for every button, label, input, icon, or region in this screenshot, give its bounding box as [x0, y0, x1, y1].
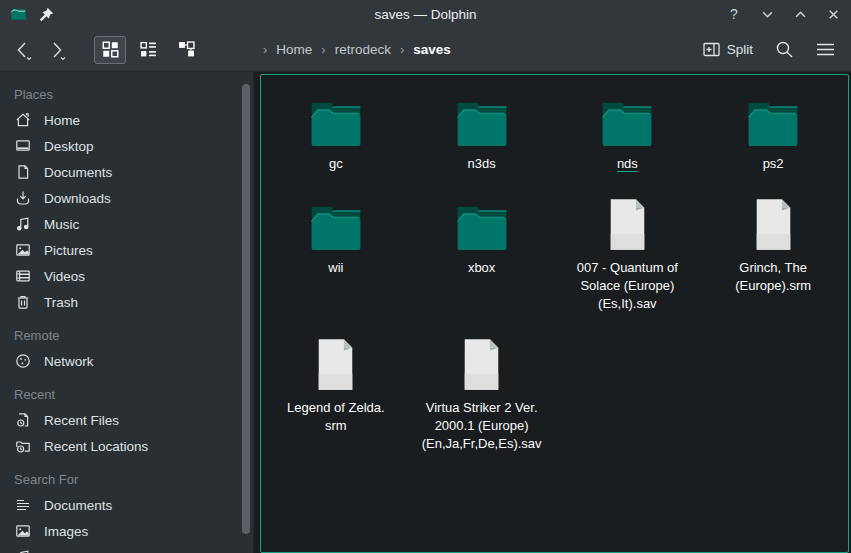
sidebar-item-home[interactable]: Home: [0, 107, 253, 133]
file-item-grinch-the[interactable]: Grinch, The (Europe).srm: [700, 185, 846, 325]
search-icon[interactable]: [769, 36, 800, 63]
item-label: ps2: [763, 155, 784, 173]
maximize-icon[interactable]: [792, 6, 808, 22]
toolbar: › Home › retrodeck › saves Split: [0, 28, 851, 72]
sidebar-item-search-images[interactable]: Images: [0, 518, 253, 544]
section-header-remote: Remote: [0, 321, 253, 348]
split-label: Split: [727, 42, 753, 57]
split-button[interactable]: Split: [697, 38, 759, 61]
file-item-virtua-striker-2[interactable]: Virtua Striker 2 Ver. 2000.1 (Europe) (E…: [409, 325, 555, 465]
sidebar-item-search-documents[interactable]: Documents: [0, 492, 253, 518]
icons-view-button[interactable]: [94, 36, 126, 64]
image-icon: [15, 242, 31, 258]
folder-icon: [453, 91, 511, 147]
sidebar-item-label: Recent Locations: [44, 439, 148, 454]
folder-item-xbox[interactable]: xbox: [409, 185, 555, 325]
document-icon: [15, 164, 31, 180]
pin-icon[interactable]: [39, 7, 54, 22]
recent-locations-icon: [15, 438, 31, 454]
folder-item-ps2[interactable]: ps2: [700, 81, 846, 185]
sidebar-item-label: Music: [44, 217, 79, 232]
file-icon: [607, 195, 648, 251]
item-label: gc: [329, 155, 343, 173]
item-label: n3ds: [468, 155, 496, 173]
minimize-icon[interactable]: [759, 6, 775, 22]
film-icon: [15, 268, 31, 284]
section-header-places: Places: [0, 80, 253, 107]
sidebar-item-label: Images: [44, 524, 88, 539]
breadcrumb-home[interactable]: Home: [276, 42, 312, 57]
recent-files-icon: [15, 412, 31, 428]
item-label: wii: [328, 259, 343, 277]
view-mode-group: [94, 36, 202, 64]
folder-icon: [307, 195, 365, 251]
folder-view[interactable]: gc n3ds: [260, 74, 849, 553]
breadcrumb-separator: ›: [400, 42, 404, 57]
sidebar-item-label: Home: [44, 113, 80, 128]
sidebar-item-label: Documents: [44, 165, 112, 180]
hamburger-menu-icon[interactable]: [810, 38, 841, 61]
dolphin-window: saves — Dolphin ?: [0, 0, 851, 553]
sidebar-item-desktop[interactable]: Desktop: [0, 133, 253, 159]
sidebar-item-pictures[interactable]: Pictures: [0, 237, 253, 263]
sidebar-item-label: Audio: [44, 550, 79, 553]
folder-icon: [744, 91, 802, 147]
folder-item-gc[interactable]: gc: [263, 81, 409, 185]
close-icon[interactable]: [825, 6, 841, 22]
breadcrumb-separator: ›: [321, 42, 325, 57]
sidebar-item-label: Documents: [44, 498, 112, 513]
titlebar[interactable]: saves — Dolphin ?: [0, 0, 851, 28]
sidebar-item-music[interactable]: Music: [0, 211, 253, 237]
item-label: nds: [617, 155, 638, 173]
section-header-recent: Recent: [0, 380, 253, 407]
image-icon: [15, 523, 31, 539]
download-icon: [15, 190, 31, 206]
sidebar-scrollbar[interactable]: [242, 84, 250, 534]
folder-item-n3ds[interactable]: n3ds: [409, 81, 555, 185]
tree-view-button[interactable]: [170, 36, 202, 64]
app-folder-icon: [10, 7, 27, 21]
item-label: Grinch, The (Europe).srm: [735, 259, 811, 295]
section-header-search-for: Search For: [0, 465, 253, 492]
help-icon[interactable]: ?: [726, 6, 742, 22]
details-view-button[interactable]: [132, 36, 164, 64]
sidebar-item-label: Videos: [44, 269, 85, 284]
item-label: Legend of Zelda. srm: [287, 399, 385, 435]
file-icon: [753, 195, 794, 251]
forward-button[interactable]: [44, 36, 70, 64]
file-icon: [315, 335, 356, 391]
sidebar-item-trash[interactable]: Trash: [0, 289, 253, 315]
trash-icon: [15, 294, 31, 310]
sidebar-item-videos[interactable]: Videos: [0, 263, 253, 289]
sidebar-item-documents[interactable]: Documents: [0, 159, 253, 185]
folder-icon: [453, 195, 511, 251]
music-note-icon: [15, 216, 31, 232]
folder-item-wii[interactable]: wii: [263, 185, 409, 325]
desktop-icon: [15, 138, 31, 154]
sidebar-item-recent-locations[interactable]: Recent Locations: [0, 433, 253, 459]
breadcrumb-retrodeck[interactable]: retrodeck: [335, 42, 391, 57]
folder-item-nds[interactable]: nds: [555, 81, 701, 185]
document-lines-icon: [15, 497, 31, 513]
sidebar-item-recent-files[interactable]: Recent Files: [0, 407, 253, 433]
sidebar-item-label: Trash: [44, 295, 78, 310]
sidebar-item-label: Recent Files: [44, 413, 119, 428]
sidebar-item-label: Desktop: [44, 139, 94, 154]
sidebar-item-label: Downloads: [44, 191, 111, 206]
item-label: Virtua Striker 2 Ver. 2000.1 (Europe) (E…: [422, 399, 542, 453]
file-item-legend-of-zelda[interactable]: Legend of Zelda. srm: [263, 325, 409, 465]
sidebar-item-label: Pictures: [44, 243, 93, 258]
sidebar-item-label: Network: [44, 354, 94, 369]
item-label: xbox: [468, 259, 495, 277]
breadcrumb-current[interactable]: saves: [413, 42, 451, 57]
item-label: 007 - Quantum of Solace (Europe) (Es,It)…: [577, 259, 678, 313]
sidebar-item-search-audio[interactable]: Audio: [0, 544, 253, 553]
breadcrumb-separator: ›: [263, 42, 267, 57]
back-button[interactable]: [10, 36, 36, 64]
file-icon: [461, 335, 502, 391]
folder-icon: [598, 91, 656, 147]
places-panel: Places Home Desktop: [0, 72, 254, 553]
sidebar-item-network[interactable]: Network: [0, 348, 253, 374]
file-item-007-quantum-of-solace[interactable]: 007 - Quantum of Solace (Europe) (Es,It)…: [555, 185, 701, 325]
sidebar-item-downloads[interactable]: Downloads: [0, 185, 253, 211]
